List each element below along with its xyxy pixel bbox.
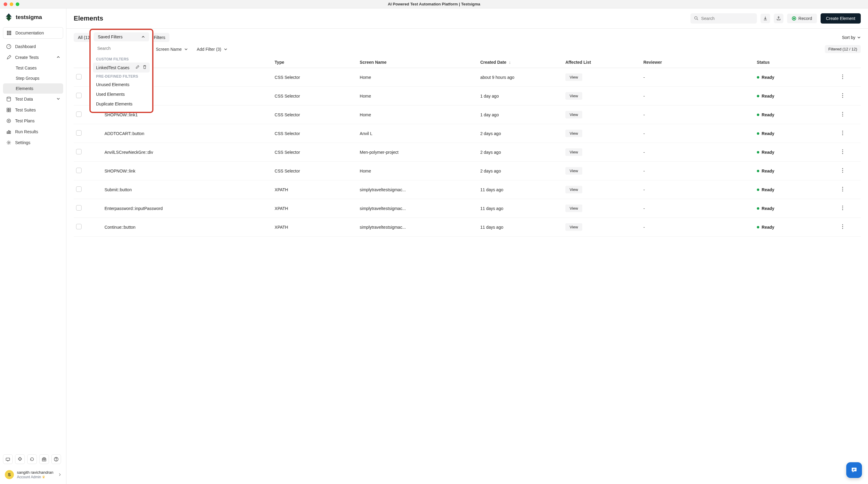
sidebar-item-elements[interactable]: Elements (3, 83, 63, 94)
column-created-date[interactable]: Created Date ↓ (478, 57, 563, 68)
cell-type: CSS Selector (272, 87, 357, 105)
minimize-window-icon[interactable] (10, 2, 13, 6)
row-checkbox[interactable] (76, 168, 82, 173)
extension-icon[interactable] (15, 454, 25, 464)
row-checkbox[interactable] (76, 112, 82, 117)
view-affected-button[interactable]: View (565, 223, 582, 231)
row-checkbox[interactable] (76, 186, 82, 192)
svg-rect-2 (10, 31, 11, 32)
delete-filter-icon[interactable] (143, 65, 147, 70)
row-checkbox[interactable] (76, 74, 82, 80)
view-affected-button[interactable]: View (565, 167, 582, 175)
cell-created: 11 days ago (478, 180, 563, 199)
svg-rect-5 (10, 32, 11, 33)
sidebar-item-dashboard[interactable]: Dashboard (3, 41, 63, 52)
add-filter-label: Add Filter (3) (197, 47, 221, 52)
cell-screen: Home (357, 162, 478, 180)
screen-name-filter-label: Screen Name (156, 47, 182, 52)
row-more-button[interactable] (840, 143, 861, 162)
cell-affected: View (563, 180, 641, 199)
close-window-icon[interactable] (4, 2, 7, 6)
view-affected-button[interactable]: View (565, 130, 582, 137)
row-more-button[interactable] (840, 105, 861, 124)
row-checkbox[interactable] (76, 93, 82, 98)
cell-reviewer: - (641, 124, 754, 143)
predefined-filter-item[interactable]: Used Elements (93, 89, 150, 99)
view-affected-button[interactable]: View (565, 205, 582, 212)
download-button[interactable] (761, 13, 770, 23)
row-checkbox[interactable] (76, 205, 82, 211)
view-affected-button[interactable]: View (565, 111, 582, 118)
sidebar-item-test-plans[interactable]: Test Plans (3, 115, 63, 126)
predefined-filter-label: Duplicate Elements (96, 101, 132, 107)
cell-created: 1 day ago (478, 87, 563, 105)
column-status[interactable]: Status (754, 57, 840, 68)
custom-filter-item[interactable]: LinkedTest Cases (93, 63, 150, 72)
view-affected-button[interactable]: View (565, 92, 582, 100)
status-dot-icon (757, 76, 759, 79)
search-input[interactable] (701, 16, 755, 21)
filtered-count: Filtered (12 / 12) (825, 45, 861, 53)
user-menu[interactable]: S sangith ravichandran Account Admin ♛ (3, 468, 63, 481)
row-checkbox[interactable] (76, 130, 82, 135)
svg-rect-8 (10, 34, 11, 35)
sidebar-item-test-suites[interactable]: Test Suites (3, 104, 63, 115)
row-more-button[interactable] (840, 218, 861, 237)
search-icon (694, 16, 698, 21)
cell-affected: View (563, 143, 641, 162)
row-more-button[interactable] (840, 124, 861, 143)
saved-filters-search[interactable] (94, 43, 149, 54)
create-element-button[interactable]: Create Element (820, 13, 861, 24)
row-more-button[interactable] (840, 162, 861, 180)
table-row: Enterpassword::inputPassword XPATH simpl… (74, 199, 861, 218)
column-screen-name[interactable]: Screen Name (357, 57, 478, 68)
row-more-button[interactable] (840, 180, 861, 199)
export-button[interactable] (774, 13, 783, 23)
help-icon[interactable] (51, 454, 61, 464)
edit-filter-icon[interactable] (135, 65, 140, 70)
sidebar-item-settings[interactable]: Settings (3, 137, 63, 148)
row-checkbox[interactable] (76, 149, 82, 154)
column-reviewer[interactable]: Reviewer (641, 57, 754, 68)
sidebar-item-run-results[interactable]: Run Results (3, 126, 63, 137)
saved-filters-search-input[interactable] (97, 46, 151, 51)
column-type[interactable]: Type (272, 57, 357, 68)
sidebar-item-test-cases[interactable]: Test Cases (3, 63, 63, 73)
cell-created: 1 day ago (478, 105, 563, 124)
search-input-wrapper[interactable] (690, 13, 757, 24)
predefined-filter-item[interactable]: Unused Elements (93, 80, 150, 89)
sidebar-item-test-data[interactable]: Test Data (3, 94, 63, 104)
view-affected-button[interactable]: View (565, 73, 582, 81)
record-button[interactable]: Record (787, 13, 817, 23)
cell-type: CSS Selector (272, 162, 357, 180)
cell-affected: View (563, 68, 641, 87)
view-affected-button[interactable]: View (565, 148, 582, 156)
row-more-button[interactable] (840, 87, 861, 105)
column-affected-list[interactable]: Affected List (563, 57, 641, 68)
svg-rect-11 (7, 108, 8, 110)
user-name: sangith ravichandran (17, 470, 55, 475)
refresh-icon[interactable] (27, 454, 37, 464)
screen-name-filter[interactable]: Screen Name (156, 47, 188, 52)
row-more-button[interactable] (840, 199, 861, 218)
agent-icon[interactable] (3, 454, 13, 464)
saved-filters-button[interactable]: Saved Filters (94, 32, 149, 41)
table-row: SHOPNOW::link CSS Selector Home 2 days a… (74, 162, 861, 180)
sort-by-dropdown[interactable]: Sort by (842, 35, 861, 40)
sidebar-item-step-groups[interactable]: Step Groups (3, 73, 63, 83)
view-affected-button[interactable]: View (565, 186, 582, 193)
row-more-button[interactable] (840, 68, 861, 87)
add-filter-dropdown[interactable]: Add Filter (3) (197, 47, 227, 52)
cell-created: 2 days ago (478, 162, 563, 180)
gift-icon[interactable] (39, 454, 49, 464)
status-dot-icon (757, 188, 759, 191)
svg-point-29 (842, 78, 843, 79)
sidebar-item-documentation[interactable]: Documentation (3, 27, 63, 39)
sidebar-item-create-tests[interactable]: Create Tests (3, 52, 63, 63)
maximize-window-icon[interactable] (16, 2, 19, 6)
predefined-filter-item[interactable]: Duplicate Elements (93, 99, 150, 109)
svg-point-33 (842, 112, 843, 113)
svg-point-35 (842, 116, 843, 117)
chat-button[interactable] (846, 462, 862, 478)
row-checkbox[interactable] (76, 224, 82, 229)
